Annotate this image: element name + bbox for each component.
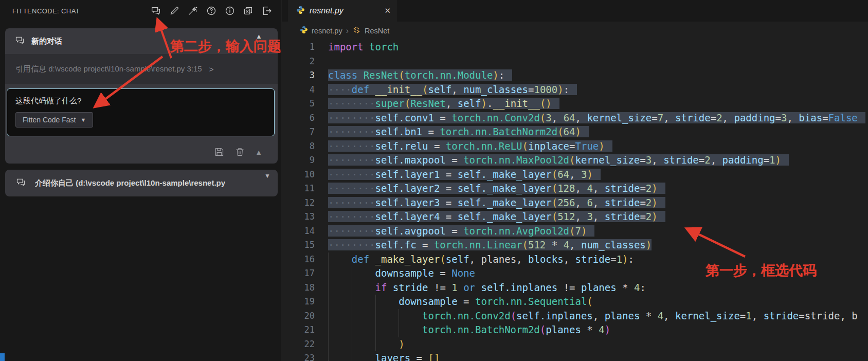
indent-guide bbox=[375, 309, 376, 323]
code-line[interactable]: 12········self.layer3 = self._make_layer… bbox=[282, 196, 868, 210]
line-number: 16 bbox=[282, 252, 315, 267]
breadcrumb-symbol[interactable]: ResNet bbox=[365, 27, 389, 35]
breadcrumb: resnet.py › ResNet bbox=[282, 22, 868, 40]
line-number: 4 bbox=[282, 83, 315, 97]
line-number: 9 bbox=[282, 153, 315, 168]
edit-pencil-icon[interactable] bbox=[168, 5, 180, 17]
code-line[interactable]: 14········self.avgpool = torch.nn.AvgPoo… bbox=[282, 224, 868, 239]
indent-guide bbox=[352, 266, 352, 281]
trash-icon[interactable] bbox=[234, 147, 245, 157]
indent-guide bbox=[399, 309, 399, 323]
indent-guide bbox=[328, 309, 329, 323]
breadcrumb-file[interactable]: resnet.py bbox=[312, 27, 342, 35]
code-line[interactable]: 6········self.conv1 = torch.nn.Conv2d(3,… bbox=[282, 111, 868, 125]
line-number: 22 bbox=[282, 337, 315, 352]
code-line[interactable]: 4····def __init__(self, num_classes=1000… bbox=[282, 83, 868, 97]
code-line[interactable]: 23 layers = [] bbox=[282, 351, 868, 361]
line-number: 13 bbox=[282, 210, 315, 224]
fittencode-vscode-window: FITTENCODE: CHAT bbox=[0, 0, 868, 361]
magic-wand-icon[interactable] bbox=[187, 5, 198, 17]
line-number: 10 bbox=[282, 168, 315, 182]
line-number: 18 bbox=[282, 281, 315, 295]
indent-guide bbox=[352, 309, 352, 323]
line-number: 17 bbox=[282, 266, 315, 281]
code-line[interactable]: 22 ) bbox=[282, 337, 868, 352]
indent-guide bbox=[352, 337, 352, 352]
code-line[interactable]: 8········self.relu = torch.nn.ReLU(inpla… bbox=[282, 139, 868, 154]
editor-tab-bar: resnet.py ✕ bbox=[282, 0, 868, 22]
annotation-step1: 第一步，框选代码 bbox=[706, 261, 817, 280]
submit-collapse-icon[interactable]: ▲ bbox=[255, 148, 262, 156]
model-select-button[interactable]: Fitten Code Fast ▼ bbox=[15, 112, 93, 128]
code-line[interactable]: 11········self.layer2 = self._make_layer… bbox=[282, 182, 868, 196]
code-line[interactable]: 10········self.layer1 = self._make_layer… bbox=[282, 168, 868, 182]
code-line[interactable]: 2 bbox=[282, 55, 868, 69]
chat-bubble-icon bbox=[14, 35, 25, 48]
history-chat-item[interactable]: 介绍你自己 (d:\vscode project\l10n-sample\res… bbox=[5, 170, 278, 196]
tab-resnet-py[interactable]: resnet.py ✕ bbox=[288, 0, 397, 22]
code-line[interactable]: 18 if stride != 1 or self.inplanes != pl… bbox=[282, 281, 868, 295]
panel-header: FITTENCODE: CHAT bbox=[0, 0, 281, 22]
new-chat-icon[interactable] bbox=[150, 5, 161, 17]
line-number: 1 bbox=[282, 40, 315, 55]
chat-bubble-icon bbox=[15, 177, 26, 190]
line-number: 19 bbox=[282, 295, 315, 309]
chevron-right-icon: › bbox=[346, 26, 349, 35]
line-number: 2 bbox=[282, 55, 315, 69]
indent-guide bbox=[352, 351, 352, 361]
line-number: 6 bbox=[282, 111, 315, 125]
panel-toolbar bbox=[150, 5, 273, 17]
line-number: 21 bbox=[282, 323, 315, 337]
chevron-down-icon: ▼ bbox=[81, 117, 86, 123]
indent-guide bbox=[328, 266, 329, 281]
code-area[interactable]: 1import torch23class ResNet(torch.nn.Mod… bbox=[282, 40, 868, 361]
line-number: 20 bbox=[282, 309, 315, 323]
model-select-label: Fitten Code Fast bbox=[23, 116, 76, 124]
indent-guide bbox=[352, 281, 352, 295]
close-icon[interactable]: ✕ bbox=[384, 6, 391, 15]
line-number: 14 bbox=[282, 224, 315, 239]
code-line[interactable]: 5········super(ResNet, self).__init__() bbox=[282, 97, 868, 111]
help-icon[interactable] bbox=[205, 5, 217, 17]
open-in-editor-icon[interactable] bbox=[261, 5, 273, 17]
python-file-icon bbox=[300, 26, 308, 36]
indent-guide bbox=[328, 252, 329, 267]
reference-info-row[interactable]: 引用信息 d:\vscode project\l10n-sample\resne… bbox=[5, 54, 278, 84]
indent-guide bbox=[328, 295, 329, 309]
panel-title: FITTENCODE: CHAT bbox=[12, 7, 80, 15]
python-file-icon bbox=[296, 6, 305, 16]
line-number: 23 bbox=[282, 351, 315, 361]
code-line[interactable]: 9········self.maxpool = torch.nn.MaxPool… bbox=[282, 153, 868, 168]
indent-guide bbox=[352, 295, 352, 309]
status-badge bbox=[0, 353, 5, 361]
code-line[interactable]: 20 torch.nn.Conv2d(self.inplanes, planes… bbox=[282, 309, 868, 323]
line-number: 11 bbox=[282, 182, 315, 196]
question-input[interactable]: 这段代码做了什么? Fitten Code Fast ▼ bbox=[7, 88, 275, 136]
tab-title: resnet.py bbox=[310, 6, 343, 15]
info-icon[interactable] bbox=[224, 5, 236, 17]
code-line[interactable]: 13········self.layer4 = self._make_layer… bbox=[282, 210, 868, 224]
indent-guide bbox=[352, 323, 352, 337]
code-line[interactable]: 3class ResNet(torch.nn.Module): bbox=[282, 68, 868, 83]
line-number: 15 bbox=[282, 238, 315, 252]
line-number: 7 bbox=[282, 125, 315, 139]
indent-guide bbox=[375, 337, 376, 352]
code-line[interactable]: 1import torch bbox=[282, 40, 868, 55]
line-number: 5 bbox=[282, 97, 315, 111]
editor-group: resnet.py ✕ resnet.py › ResNet 1import t… bbox=[282, 0, 868, 361]
save-icon[interactable] bbox=[214, 147, 225, 157]
indent-guide bbox=[328, 281, 329, 295]
indent-guide bbox=[375, 323, 376, 337]
code-line[interactable]: 7········self.bn1 = torch.nn.BatchNorm2d… bbox=[282, 125, 868, 139]
indent-guide bbox=[328, 351, 329, 361]
question-text: 这段代码做了什么? bbox=[15, 96, 266, 106]
reference-expand-chevron[interactable]: > bbox=[209, 65, 214, 74]
indent-guide bbox=[328, 337, 329, 352]
code-line[interactable]: 21 torch.nn.BatchNorm2d(planes * 4) bbox=[282, 323, 868, 337]
class-symbol-icon bbox=[352, 26, 361, 37]
chevron-down-icon[interactable]: ▼ bbox=[264, 172, 270, 179]
code-line[interactable]: 19 downsample = torch.nn.Sequential( bbox=[282, 295, 868, 309]
code-line[interactable]: 15········self.fc = torch.nn.Linear(512 … bbox=[282, 238, 868, 252]
indent-guide bbox=[375, 295, 376, 309]
discard-window-icon[interactable] bbox=[242, 5, 254, 17]
